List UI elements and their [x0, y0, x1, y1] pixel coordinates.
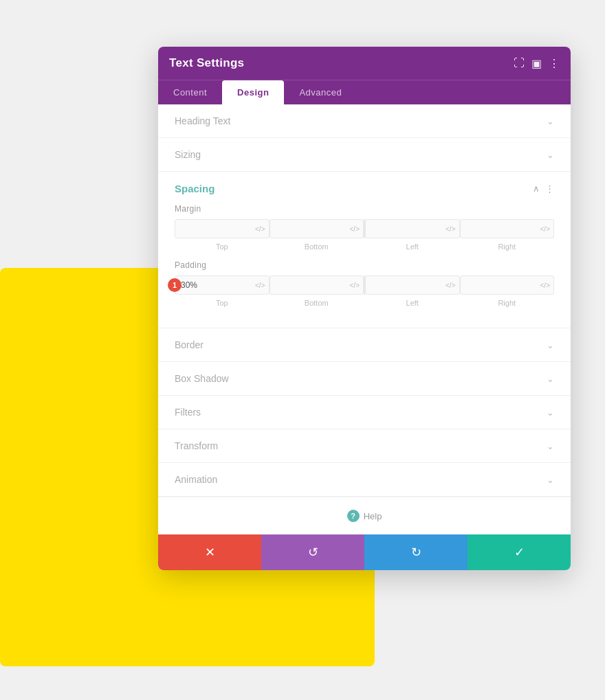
animation-label: Animation — [175, 474, 217, 485]
layout-icon[interactable]: ▣ — [531, 57, 542, 70]
padding-top-label: Top — [175, 299, 270, 307]
filters-chevron: ⌄ — [547, 407, 554, 418]
transform-label: Transform — [175, 440, 218, 451]
margin-toplabel-pair: Top Bottom — [175, 242, 364, 251]
save-button[interactable]: ✓ — [468, 534, 571, 570]
margin-right-label: Right — [460, 242, 555, 251]
redo-button[interactable]: ↻ — [364, 534, 468, 570]
border-section[interactable]: Border ⌄ — [158, 328, 571, 362]
padding-label: Padding — [175, 260, 554, 270]
spacing-title: Spacing — [175, 183, 214, 194]
filters-section[interactable]: Filters ⌄ — [158, 396, 571, 429]
tab-advanced[interactable]: Advanced — [284, 80, 357, 104]
spacing-section: Spacing ∧ ⋮ Margin </> — [158, 172, 571, 328]
margin-left-label: Left — [365, 242, 460, 251]
margin-right-pair: </> </> — [364, 219, 554, 238]
margin-bottom-code-icon[interactable]: </> — [350, 225, 360, 233]
spacing-collapse-icon[interactable]: ∧ — [533, 183, 540, 194]
sizing-section[interactable]: Sizing ⌄ — [158, 138, 571, 172]
header-icons: ⛶ ▣ ⋮ — [514, 57, 560, 70]
margin-bottom-label: Bottom — [270, 242, 364, 251]
modal-body: Heading Text ⌄ Sizing ⌄ Spacing ∧ ⋮ — [158, 104, 571, 534]
heading-text-chevron: ⌄ — [547, 116, 554, 126]
help-text: Help — [364, 511, 382, 521]
border-label: Border — [175, 339, 204, 350]
filters-label: Filters — [175, 407, 201, 418]
padding-toplabel-pair: Top Bottom — [175, 299, 364, 307]
padding-inputs-row: </> </> </> — [175, 275, 554, 295]
sizing-label: Sizing — [175, 149, 201, 160]
margin-label: Margin — [175, 204, 554, 214]
margin-left-code-icon[interactable]: </> — [446, 225, 455, 233]
help-icon: ? — [347, 510, 360, 522]
tab-design[interactable]: Design — [222, 80, 284, 104]
padding-top-wrapper: </> — [175, 275, 270, 295]
help-row[interactable]: ? Help — [158, 497, 571, 534]
padding-top-code-icon[interactable]: </> — [255, 282, 265, 289]
padding-rightlabel-pair: Left Right — [364, 299, 554, 307]
border-chevron: ⌄ — [547, 340, 554, 350]
modal-scroll-area[interactable]: Heading Text ⌄ Sizing ⌄ Spacing ∧ ⋮ — [158, 104, 571, 534]
badge-1: 1 — [168, 278, 182, 292]
reset-button[interactable]: ↺ — [261, 534, 364, 570]
modal-tabs: Content Design Advanced — [158, 80, 571, 104]
margin-top-label: Top — [175, 242, 270, 251]
padding-right-label: Right — [460, 299, 555, 307]
padding-labels: Top Bottom Left Right — [175, 299, 554, 307]
margin-labels: Top Bottom Left Right — [175, 242, 554, 251]
spacing-controls: ∧ ⋮ — [533, 183, 554, 194]
animation-section[interactable]: Animation ⌄ — [158, 463, 571, 497]
margin-inputs-row: </> </> </> — [175, 219, 554, 238]
animation-chevron: ⌄ — [547, 475, 554, 485]
sizing-chevron: ⌄ — [547, 150, 554, 160]
margin-bottom-wrapper: </> — [270, 219, 364, 238]
margin-group: Margin </> </> — [175, 204, 554, 251]
margin-left-wrapper: </> — [365, 219, 460, 238]
padding-left-code-icon[interactable]: </> — [446, 282, 455, 289]
padding-right-code-icon[interactable]: </> — [540, 282, 550, 289]
spacing-more-icon[interactable]: ⋮ — [545, 183, 554, 194]
more-icon[interactable]: ⋮ — [549, 57, 560, 70]
cancel-button[interactable]: ✕ — [158, 534, 261, 570]
box-shadow-chevron: ⌄ — [547, 374, 554, 384]
margin-rightlabel-pair: Left Right — [364, 242, 554, 251]
tab-content[interactable]: Content — [158, 80, 222, 104]
spacing-header: Spacing ∧ ⋮ — [175, 183, 554, 194]
fullscreen-icon[interactable]: ⛶ — [514, 57, 525, 69]
margin-right-code-icon[interactable]: </> — [540, 225, 550, 233]
margin-right-wrapper: </> — [460, 219, 555, 238]
padding-bottom-wrapper: </> — [270, 275, 364, 295]
box-shadow-label: Box Shadow — [175, 373, 229, 384]
text-settings-modal: Text Settings ⛶ ▣ ⋮ Content Design Advan… — [158, 47, 571, 570]
margin-top-wrapper: </> — [175, 219, 270, 238]
padding-bottom-label: Bottom — [270, 299, 364, 307]
box-shadow-section[interactable]: Box Shadow ⌄ — [158, 362, 571, 396]
margin-left-pair: </> </> — [175, 219, 364, 238]
modal-title: Text Settings — [169, 56, 244, 70]
heading-text-label: Heading Text — [175, 115, 230, 126]
padding-left-wrapper: </> — [365, 275, 460, 295]
padding-group: Padding 1 </> </> — [175, 260, 554, 307]
padding-bottom-code-icon[interactable]: </> — [350, 282, 360, 289]
padding-right-pair: </> </> — [364, 275, 554, 295]
modal-header: Text Settings ⛶ ▣ ⋮ — [158, 47, 571, 80]
padding-right-wrapper: </> — [460, 275, 555, 295]
transform-chevron: ⌄ — [547, 441, 554, 451]
modal-footer: ✕ ↺ ↻ ✓ — [158, 534, 571, 570]
padding-left-label: Left — [365, 299, 460, 307]
heading-text-section[interactable]: Heading Text ⌄ — [158, 104, 571, 138]
margin-top-code-icon[interactable]: </> — [255, 225, 265, 233]
padding-left-pair: </> </> — [175, 275, 364, 295]
padding-row-wrapper: 1 </> </> — [175, 275, 554, 295]
transform-section[interactable]: Transform ⌄ — [158, 429, 571, 463]
